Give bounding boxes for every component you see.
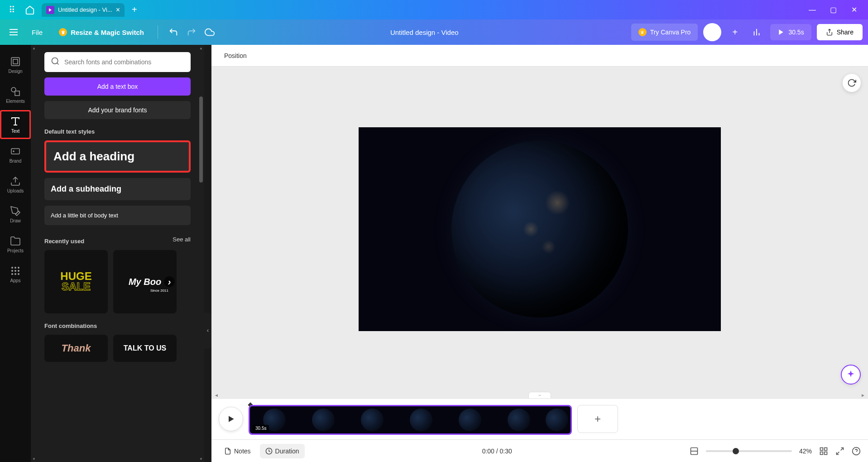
rail-apps-label: Apps: [10, 278, 21, 283]
design-title[interactable]: Untitled design - Video: [221, 29, 628, 36]
svg-rect-9: [11, 58, 19, 66]
video-canvas[interactable]: [359, 127, 721, 331]
collapse-panel-button[interactable]: [204, 313, 211, 349]
zoom-percentage[interactable]: 42%: [799, 448, 812, 455]
try-pro-label: Try Canva Pro: [650, 29, 691, 36]
rail-text[interactable]: Text: [0, 110, 31, 139]
minimize-button[interactable]: —: [802, 0, 823, 19]
help-icon[interactable]: [852, 447, 861, 456]
canvas-toolbar: Position: [211, 45, 868, 67]
add-heading-button[interactable]: Add a heading: [44, 140, 191, 173]
svg-line-37: [841, 448, 844, 450]
add-brand-fonts-button[interactable]: Add your brand fonts: [44, 101, 191, 119]
panel-scrollbar[interactable]: ▲ ▼: [198, 45, 204, 462]
rail-brand[interactable]: Brand: [0, 140, 31, 169]
thumb-text: My Boo: [129, 277, 161, 287]
add-page-button[interactable]: +: [577, 405, 618, 433]
svg-point-23: [18, 270, 19, 272]
add-text-box-button[interactable]: Add a text box: [44, 77, 191, 96]
rail-projects-label: Projects: [7, 248, 24, 253]
svg-point-27: [52, 58, 58, 64]
see-all-link[interactable]: See all: [173, 236, 191, 243]
playback-time: 0:00 / 0:30: [482, 448, 512, 455]
font-thumb-mybook[interactable]: My Boo Since 2011 ›: [113, 250, 177, 313]
font-combinations-label: Font combinations: [44, 322, 191, 329]
svg-line-38: [837, 452, 839, 454]
position-button[interactable]: Position: [219, 48, 252, 63]
svg-point-26: [18, 273, 19, 275]
rail-elements[interactable]: Elements: [0, 80, 31, 109]
user-avatar[interactable]: [703, 23, 721, 41]
video-clip[interactable]: 30.5s: [249, 405, 572, 435]
font-thumb-huge-sale[interactable]: HUGE SALE: [44, 250, 108, 313]
try-canva-pro-button[interactable]: ♛ Try Canva Pro: [631, 24, 698, 41]
app-menu-icon[interactable]: ⠿: [4, 2, 20, 18]
svg-point-16: [13, 151, 14, 152]
svg-marker-0: [49, 8, 52, 12]
zoom-slider[interactable]: [706, 450, 792, 452]
font-combo-thank[interactable]: Thank: [44, 335, 108, 362]
font-combo-talk[interactable]: TALK TO US: [113, 335, 177, 362]
clip-duration-label: 30.5s: [253, 425, 269, 432]
rail-text-label: Text: [11, 129, 19, 134]
pages-icon[interactable]: [690, 447, 699, 456]
new-tab-button[interactable]: +: [132, 5, 137, 15]
svg-marker-7: [779, 29, 783, 35]
add-body-text-button[interactable]: Add a little bit of body text: [44, 206, 191, 225]
earth-graphic: [451, 141, 628, 318]
thumb-text: SALE: [62, 282, 91, 292]
close-tab-icon[interactable]: ×: [116, 6, 120, 14]
canvas-area: Position ◄ ►: [211, 45, 868, 462]
share-button[interactable]: Share: [817, 24, 863, 40]
analytics-icon[interactable]: [748, 24, 765, 40]
tab-title: Untitled design - Vi...: [58, 6, 112, 13]
add-subheading-button[interactable]: Add a subheading: [44, 178, 191, 200]
svg-point-22: [14, 270, 16, 272]
rail-uploads-label: Uploads: [7, 188, 24, 193]
rail-design[interactable]: Design: [0, 50, 31, 79]
timeline-collapse-button[interactable]: [528, 392, 551, 398]
scroll-left-icon[interactable]: ◄: [214, 393, 219, 398]
scroll-right-icon[interactable]: ►: [861, 393, 865, 398]
next-thumb-icon[interactable]: ›: [164, 276, 175, 287]
regenerate-button[interactable]: [843, 74, 861, 92]
play-preview-button[interactable]: 30.5s: [770, 24, 811, 40]
home-icon[interactable]: [22, 2, 38, 18]
notes-label: Notes: [234, 448, 251, 455]
svg-rect-33: [820, 448, 823, 450]
duration-label: 30.5s: [788, 29, 804, 36]
file-menu[interactable]: File: [25, 25, 49, 40]
timeline-play-button[interactable]: [219, 407, 243, 431]
svg-rect-15: [11, 149, 19, 154]
grid-view-icon[interactable]: [819, 447, 828, 456]
rail-uploads[interactable]: Uploads: [0, 170, 31, 199]
rail-apps[interactable]: Apps: [0, 260, 31, 289]
maximize-button[interactable]: ▢: [823, 0, 844, 19]
main-menu-icon[interactable]: [5, 24, 22, 40]
add-collaborator-button[interactable]: +: [727, 24, 743, 40]
cloud-sync-icon[interactable]: [201, 24, 218, 40]
svg-point-21: [11, 270, 13, 272]
redo-button[interactable]: [183, 24, 200, 40]
rail-scrollbar[interactable]: ▲ ▼: [31, 45, 37, 462]
bottom-bar: Notes Duration 0:00 / 0:30 42%: [211, 439, 868, 462]
fullscreen-icon[interactable]: [835, 447, 844, 456]
rail-elements-label: Elements: [6, 99, 25, 104]
resize-magic-switch-button[interactable]: ♛ Resize & Magic Switch: [53, 24, 150, 40]
close-window-button[interactable]: ✕: [844, 0, 864, 19]
document-tab[interactable]: Untitled design - Vi... ×: [42, 3, 125, 17]
search-input[interactable]: [44, 52, 191, 72]
rail-projects[interactable]: Projects: [0, 230, 31, 259]
magic-assist-button[interactable]: [841, 365, 861, 385]
duration-button[interactable]: Duration: [260, 444, 305, 458]
search-field[interactable]: [64, 58, 184, 66]
window-top-bar: ⠿ Untitled design - Vi... × + — ▢ ✕: [0, 0, 868, 19]
canvas-viewport[interactable]: [211, 67, 868, 392]
undo-button[interactable]: [165, 24, 182, 40]
svg-point-25: [14, 273, 16, 275]
timeline: 30.5s + Notes Duration: [211, 398, 868, 462]
text-side-panel: Add a text box Add your brand fonts Defa…: [37, 45, 198, 462]
notes-button[interactable]: Notes: [219, 444, 256, 458]
search-icon: [51, 57, 60, 67]
rail-draw[interactable]: Draw: [0, 200, 31, 229]
